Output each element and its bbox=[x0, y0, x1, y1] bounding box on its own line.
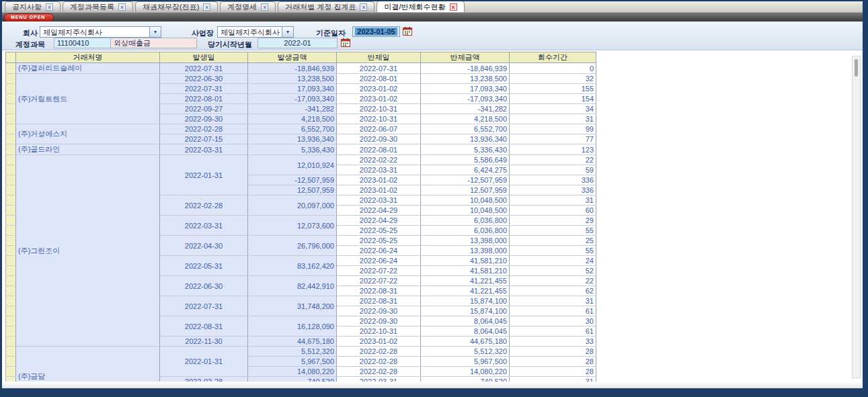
customer-cell[interactable]: (주)골드라인 bbox=[16, 144, 160, 155]
customer-cell[interactable]: (주)그린조이 bbox=[16, 155, 160, 347]
scrollbar-thumb[interactable] bbox=[855, 59, 858, 77]
collect-days-cell[interactable]: 32 bbox=[510, 74, 596, 84]
repay-amount-cell[interactable]: -12,507,959 bbox=[421, 175, 510, 185]
collect-days-cell[interactable]: 155 bbox=[510, 84, 596, 94]
occur-amount-cell[interactable]: 31,748,200 bbox=[248, 296, 337, 316]
occur-date-cell[interactable]: 2022-03-31 bbox=[160, 216, 248, 236]
collect-days-cell[interactable]: 55 bbox=[510, 226, 596, 236]
row-header-cell[interactable] bbox=[6, 104, 16, 114]
repay-amount-cell[interactable]: 6,036,800 bbox=[421, 226, 510, 236]
company-select[interactable]: 제일제지주식회사 ▾ bbox=[40, 26, 161, 38]
chevron-down-icon[interactable]: ▾ bbox=[282, 27, 293, 37]
site-select[interactable]: 제일제지주식회사 ▾ bbox=[217, 26, 294, 38]
repay-date-cell[interactable]: 2023-01-02 bbox=[337, 185, 421, 195]
collect-days-cell[interactable]: 34 bbox=[510, 104, 596, 114]
repay-date-cell[interactable]: 2023-01-02 bbox=[337, 94, 421, 104]
repay-amount-cell[interactable]: 5,336,430 bbox=[421, 144, 510, 155]
calendar-icon[interactable] bbox=[341, 38, 350, 47]
collect-days-cell[interactable]: 29 bbox=[510, 216, 596, 226]
occur-date-cell[interactable]: 2022-07-31 bbox=[160, 84, 248, 94]
close-icon[interactable]: x bbox=[203, 3, 210, 11]
repay-date-cell[interactable]: 2022-02-28 bbox=[337, 367, 421, 377]
collect-days-cell[interactable]: 28 bbox=[510, 347, 596, 357]
close-icon[interactable]: x bbox=[360, 3, 367, 11]
repay-amount-cell[interactable]: 6,552,700 bbox=[421, 124, 510, 134]
collect-days-cell[interactable]: 99 bbox=[510, 124, 596, 134]
row-header-cell[interactable] bbox=[6, 326, 16, 337]
occur-amount-cell[interactable]: 26,796,000 bbox=[248, 236, 337, 256]
repay-date-cell[interactable]: 2022-09-30 bbox=[337, 306, 421, 316]
row-header-cell[interactable] bbox=[6, 195, 16, 206]
repay-amount-cell[interactable]: 15,874,100 bbox=[421, 306, 510, 316]
repay-amount-cell[interactable]: 13,936,340 bbox=[421, 134, 510, 144]
collect-days-cell[interactable]: 52 bbox=[510, 266, 596, 276]
occur-amount-cell[interactable]: -341,282 bbox=[248, 104, 337, 114]
row-header-cell[interactable] bbox=[6, 114, 16, 124]
occur-amount-cell[interactable]: 13,238,500 bbox=[248, 74, 337, 84]
occur-date-cell[interactable]: 2022-05-31 bbox=[160, 256, 248, 276]
collect-days-cell[interactable]: 0 bbox=[510, 63, 596, 74]
tab-account-register[interactable]: 계정과목등록 x bbox=[63, 1, 133, 12]
repay-amount-cell[interactable]: -18,846,939 bbox=[421, 63, 510, 74]
repay-date-cell[interactable]: 2022-07-22 bbox=[337, 276, 421, 286]
base-date-input[interactable]: 2023-01-05 bbox=[352, 26, 400, 37]
repay-amount-cell[interactable]: -17,093,340 bbox=[421, 94, 510, 104]
repay-date-cell[interactable]: 2022-02-28 bbox=[337, 347, 421, 357]
repay-amount-cell[interactable]: 41,581,210 bbox=[421, 266, 510, 276]
row-header-cell[interactable] bbox=[6, 256, 16, 266]
collect-days-cell[interactable]: 31 bbox=[510, 296, 596, 306]
calendar-icon[interactable] bbox=[403, 27, 412, 36]
repay-date-cell[interactable]: 2022-07-22 bbox=[337, 266, 421, 276]
occur-amount-cell[interactable]: 5,967,500 bbox=[248, 357, 337, 367]
occur-date-cell[interactable]: 2022-07-15 bbox=[160, 134, 248, 144]
row-header-cell[interactable] bbox=[6, 276, 16, 286]
row-header-cell[interactable] bbox=[6, 296, 16, 306]
occur-date-cell[interactable]: 2022-06-30 bbox=[160, 276, 248, 296]
occur-amount-cell[interactable]: 12,073,600 bbox=[248, 216, 337, 236]
occur-date-cell[interactable]: 2022-08-31 bbox=[160, 316, 248, 337]
repay-amount-cell[interactable]: 12,507,959 bbox=[421, 185, 510, 195]
collect-days-cell[interactable]: 61 bbox=[510, 306, 596, 316]
repay-amount-cell[interactable]: 10,048,500 bbox=[421, 206, 510, 216]
row-header-cell[interactable] bbox=[6, 286, 16, 296]
repay-amount-cell[interactable]: 10,048,500 bbox=[421, 195, 510, 206]
repay-amount-cell[interactable]: 8,064,045 bbox=[421, 316, 510, 326]
row-header-cell[interactable] bbox=[6, 226, 16, 236]
row-header-cell[interactable] bbox=[6, 306, 16, 316]
tab-notice[interactable]: 공지사항 x bbox=[5, 1, 61, 12]
collect-days-cell[interactable]: 62 bbox=[510, 286, 596, 296]
repay-date-cell[interactable]: 2022-09-30 bbox=[337, 316, 421, 326]
account-name-input[interactable]: 외상매출금 bbox=[110, 38, 197, 48]
occur-amount-cell[interactable]: -12,507,959 bbox=[248, 175, 337, 185]
column-header-occur-amount[interactable]: 발생금액 bbox=[248, 52, 337, 63]
occur-date-cell[interactable]: 2022-09-27 bbox=[160, 104, 248, 114]
repay-amount-cell[interactable]: 13,238,500 bbox=[421, 74, 510, 84]
occur-amount-cell[interactable]: 6,552,700 bbox=[248, 124, 337, 134]
column-header-repay-amount[interactable]: 반제금액 bbox=[421, 52, 510, 63]
occur-amount-cell[interactable]: 44,675,180 bbox=[248, 337, 337, 347]
tab-customer-account-summary[interactable]: 거래처별 계정 집계표 x bbox=[278, 1, 374, 12]
collect-days-cell[interactable]: 55 bbox=[510, 246, 596, 256]
row-header-cell[interactable] bbox=[6, 206, 16, 216]
tab-receivable-ledger[interactable]: 채권채무장(전표) x bbox=[135, 1, 218, 12]
occur-amount-cell[interactable]: -17,093,340 bbox=[248, 94, 337, 104]
tab-account-detail[interactable]: 계정명세 x bbox=[220, 1, 276, 12]
row-header-cell[interactable] bbox=[6, 337, 16, 347]
row-header-cell[interactable] bbox=[6, 367, 16, 377]
repay-date-cell[interactable]: 2023-01-02 bbox=[337, 337, 421, 347]
repay-date-cell[interactable]: 2022-02-22 bbox=[337, 155, 421, 165]
row-header-cell[interactable] bbox=[6, 347, 16, 357]
repay-date-cell[interactable]: 2022-02-28 bbox=[337, 357, 421, 367]
occur-date-cell[interactable]: 2022-07-31 bbox=[160, 63, 248, 74]
collect-days-cell[interactable]: 28 bbox=[510, 367, 596, 377]
row-header-cell[interactable] bbox=[6, 155, 16, 165]
repay-amount-cell[interactable]: 4,218,500 bbox=[421, 114, 510, 124]
occur-date-cell[interactable]: 2022-11-30 bbox=[160, 337, 248, 347]
row-header-cell[interactable] bbox=[6, 246, 16, 256]
vertical-scrollbar[interactable] bbox=[852, 56, 861, 378]
repay-amount-cell[interactable]: -341,282 bbox=[421, 104, 510, 114]
occur-amount-cell[interactable]: -18,846,939 bbox=[248, 63, 337, 74]
row-header-cell[interactable] bbox=[6, 165, 16, 175]
repay-amount-cell[interactable]: 5,967,500 bbox=[421, 357, 510, 367]
repay-date-cell[interactable]: 2022-08-01 bbox=[337, 74, 421, 84]
